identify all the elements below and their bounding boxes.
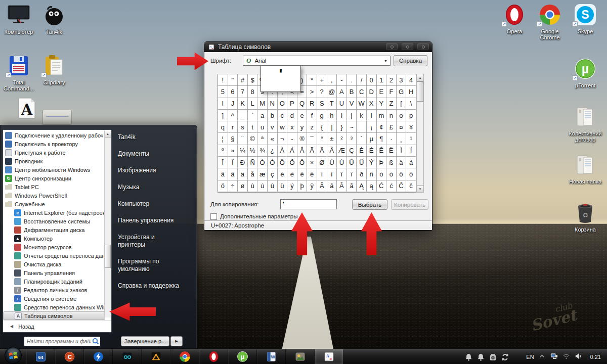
- char-cell[interactable]: .: [347, 74, 357, 86]
- char-cell[interactable]: ¬: [278, 133, 288, 145]
- char-cell[interactable]: j: [347, 110, 357, 121]
- char-cell[interactable]: -: [287, 133, 297, 145]
- char-cell[interactable]: É: [367, 145, 377, 157]
- start-menu-item[interactable]: Дефрагментация диска: [3, 225, 105, 234]
- char-cell[interactable]: T: [327, 98, 337, 110]
- char-cell[interactable]: Ć: [377, 180, 387, 192]
- char-cell[interactable]: *: [307, 74, 317, 86]
- char-cell[interactable]: 2: [386, 74, 397, 86]
- char-cell[interactable]: 5: [218, 86, 228, 98]
- updates-icon[interactable]: [501, 353, 509, 361]
- char-cell[interactable]: Ç: [347, 145, 357, 157]
- char-cell[interactable]: ñ: [367, 168, 377, 180]
- taskbar-button[interactable]: [199, 349, 228, 364]
- desktop-icon[interactable]: Компьютер: [1, 3, 36, 54]
- char-cell[interactable]: f: [307, 110, 317, 121]
- char-cell[interactable]: L: [248, 98, 258, 110]
- char-cell[interactable]: ~: [347, 121, 357, 133]
- char-cell[interactable]: G: [397, 86, 407, 98]
- char-cell[interactable]: Ø: [317, 157, 327, 168]
- char-cell[interactable]: ë: [307, 168, 317, 180]
- char-cell[interactable]: ú: [257, 180, 268, 192]
- advanced-view-checkbox[interactable]: [210, 213, 217, 220]
- desktop-icon[interactable]: ↗Google Chrome: [532, 3, 568, 40]
- characters-to-copy-input[interactable]: ': [280, 199, 337, 209]
- char-cell[interactable]: J: [228, 98, 238, 110]
- char-cell[interactable]: I: [218, 98, 228, 110]
- start-menu-right-item[interactable]: Компьютер: [118, 200, 183, 208]
- char-cell[interactable]: Á: [287, 145, 297, 157]
- char-cell[interactable]: Í: [406, 145, 416, 157]
- char-cell[interactable]: á: [406, 157, 416, 168]
- char-cell[interactable]: û: [268, 180, 278, 192]
- char-cell[interactable]: w: [278, 121, 288, 133]
- taskbar-button[interactable]: W: [257, 349, 286, 364]
- char-cell[interactable]: è: [278, 168, 288, 180]
- char-cell[interactable]: ^: [228, 110, 238, 121]
- char-cell[interactable]: ù: [248, 180, 258, 192]
- bell-icon[interactable]: [464, 353, 473, 361]
- language-indicator[interactable]: EN: [526, 354, 534, 360]
- char-cell[interactable]: Ù: [327, 157, 337, 168]
- start-menu-right-item[interactable]: Tan4ik: [118, 133, 183, 141]
- char-cell[interactable]: þ: [297, 180, 308, 192]
- char-cell[interactable]: S: [317, 98, 327, 110]
- shutdown-button[interactable]: Завершение р...: [121, 336, 169, 346]
- start-menu-item[interactable]: Служебные: [3, 200, 105, 208]
- char-cell[interactable]: z: [307, 121, 317, 133]
- start-menu-item[interactable]: Центр мобильности Windows: [3, 165, 105, 174]
- char-cell[interactable]: \: [406, 98, 416, 110]
- clock[interactable]: 0:21: [590, 354, 601, 360]
- char-cell[interactable]: h: [327, 110, 337, 121]
- char-cell[interactable]: 6: [228, 86, 238, 98]
- char-cell[interactable]: Y: [377, 98, 387, 110]
- char-cell[interactable]: #: [238, 74, 248, 86]
- char-cell[interactable]: ²: [337, 133, 347, 145]
- copy-button[interactable]: Копировать: [391, 199, 428, 210]
- taskbar-button[interactable]: [142, 349, 170, 364]
- start-menu-item[interactable]: Средство переноса данных Win: [3, 303, 105, 311]
- char-cell[interactable]: °: [317, 133, 327, 145]
- char-cell[interactable]: ï: [347, 168, 357, 180]
- char-cell[interactable]: ô: [397, 168, 407, 180]
- char-cell[interactable]: ¡: [367, 121, 377, 133]
- char-cell[interactable]: Ü: [357, 157, 367, 168]
- char-cell[interactable]: â: [218, 168, 228, 180]
- char-cell[interactable]: x: [287, 121, 297, 133]
- char-cell[interactable]: q: [218, 121, 228, 133]
- char-cell[interactable]: ą: [367, 180, 377, 192]
- char-cell[interactable]: Ĉ: [397, 180, 407, 192]
- char-cell[interactable]: ": [228, 74, 238, 86]
- char-cell[interactable]: Æ: [337, 145, 347, 157]
- scroll-up-icon[interactable]: ▲: [417, 74, 423, 81]
- char-cell[interactable]: é: [287, 168, 297, 180]
- start-menu-item[interactable]: Очистка диска: [3, 260, 105, 268]
- start-menu-item[interactable]: AТаблица символов: [3, 311, 105, 320]
- char-cell[interactable]: K: [238, 98, 248, 110]
- char-cell[interactable]: /: [357, 74, 367, 86]
- network-plug-icon[interactable]: [550, 352, 558, 362]
- char-cell[interactable]: -: [337, 74, 347, 86]
- char-cell[interactable]: «: [268, 133, 278, 145]
- start-menu-item[interactable]: Подключение к удаленному рабоч: [3, 131, 105, 140]
- char-cell[interactable]: Ñ: [248, 157, 258, 168]
- start-menu-item[interactable]: Восстановление системы: [3, 217, 105, 225]
- char-cell[interactable]: ×: [307, 157, 317, 168]
- minimize-button[interactable]: [386, 43, 398, 50]
- desktop-icon[interactable]: S↗Skype: [568, 3, 603, 40]
- start-menu-item[interactable]: Планировщик заданий: [3, 277, 105, 286]
- char-cell[interactable]: Ì: [397, 145, 407, 157]
- start-menu-right-item[interactable]: Музыка: [118, 184, 183, 191]
- char-cell[interactable]: 1: [377, 74, 387, 86]
- char-cell[interactable]: k: [357, 110, 367, 121]
- char-cell[interactable]: ð: [357, 168, 367, 180]
- desktop-icon[interactable]: Tan4ik: [36, 3, 72, 54]
- char-cell[interactable]: ü: [278, 180, 288, 192]
- char-cell[interactable]: ¸: [397, 133, 407, 145]
- start-menu-item[interactable]: Windows PowerShell: [3, 191, 105, 200]
- char-cell[interactable]: À: [278, 145, 288, 157]
- shutdown-options-arrow[interactable]: ▶: [170, 336, 183, 346]
- char-cell[interactable]: ¯: [307, 133, 317, 145]
- char-cell[interactable]: 8: [248, 86, 258, 98]
- char-cell[interactable]: å: [248, 168, 258, 180]
